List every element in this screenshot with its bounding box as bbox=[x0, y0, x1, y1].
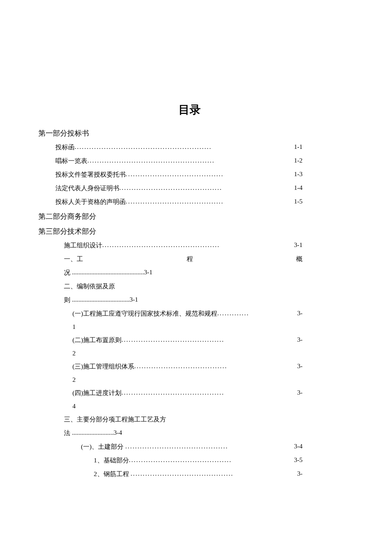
toc-dots: .................................... bbox=[72, 296, 130, 304]
toc-label: 投标人关于资格的声明函 bbox=[55, 198, 126, 206]
toc-page: 3- bbox=[297, 336, 303, 344]
toc-label: 投标函 bbox=[55, 143, 75, 151]
toc-entry: 法定代表人身份证明书 .............................… bbox=[38, 184, 341, 192]
toc-label-tail: 法 bbox=[64, 429, 70, 437]
toc-entry-wrapped: (二)施工布置原则 ..............................… bbox=[38, 336, 341, 357]
toc-dots: ........................................… bbox=[121, 336, 297, 344]
part1-heading: 第一部分投标书 bbox=[38, 128, 341, 138]
toc-entry-wrapped: 一、工 程 概 况 ..............................… bbox=[38, 255, 341, 277]
toc-label: (一)工程施工应遵守现行国家技术标准、规范和规程 bbox=[72, 310, 217, 318]
toc-title: 目录 bbox=[38, 102, 341, 117]
toc-page: 1-1 bbox=[293, 143, 303, 151]
toc-label-tail: 况 bbox=[64, 269, 70, 277]
document-page: 目录 第一部分投标书 投标函 .........................… bbox=[0, 0, 392, 478]
toc-label: (三)施工管理组织体系 bbox=[72, 363, 134, 371]
toc-entry: (一)、土建部分 ...............................… bbox=[38, 443, 341, 451]
toc-label: 二、编制依据及原 bbox=[38, 282, 341, 291]
toc-label: (二)施工布置原则 bbox=[72, 336, 121, 344]
toc-dots: .......................... bbox=[72, 429, 114, 437]
toc-page: 1-2 bbox=[293, 157, 303, 165]
toc-page: 1-3 bbox=[293, 171, 303, 179]
toc-page: 3-1 bbox=[144, 269, 153, 277]
toc-page: 1-5 bbox=[293, 198, 303, 206]
toc-page: 1-4 bbox=[293, 184, 303, 192]
toc-dots: ...................................... bbox=[134, 363, 297, 371]
toc-dots: ........................................… bbox=[131, 470, 297, 478]
toc-page-cont: 1 bbox=[38, 323, 341, 331]
toc-entry: 1、基础部分 .................................… bbox=[38, 456, 341, 465]
toc-entry: 投标人关于资格的声明函 ............................… bbox=[38, 198, 341, 206]
toc-entry-wrapped: 二、编制依据及原 则 .............................… bbox=[38, 282, 341, 304]
toc-entry: 2、钢筋工程 .................................… bbox=[38, 470, 341, 478]
toc-entry-wrapped: (一)工程施工应遵守现行国家技术标准、规范和规程 ............. 3… bbox=[38, 310, 341, 331]
toc-label: (四)施工进度计划 bbox=[72, 389, 121, 397]
part3-heading: 第三部分技术部分 bbox=[38, 227, 341, 236]
toc-entry: 唱标一览表 ..................................… bbox=[38, 157, 341, 165]
toc-label: 2、钢筋工程 bbox=[94, 470, 129, 478]
toc-label-tail: 则 bbox=[64, 296, 70, 304]
toc-dots: ............. bbox=[217, 310, 297, 318]
toc-dots: ........................................… bbox=[121, 389, 297, 397]
toc-page: 3-5 bbox=[293, 456, 303, 465]
toc-label-part: 概 bbox=[296, 255, 303, 263]
toc-page: 3- bbox=[297, 470, 303, 478]
part2-heading: 第二部分商务部分 bbox=[38, 212, 341, 221]
toc-dots: ........................................… bbox=[87, 157, 293, 165]
toc-label: 投标文件签署授权委托书 bbox=[55, 171, 126, 179]
toc-page-cont: 2 bbox=[38, 376, 341, 384]
toc-dots: ........................................… bbox=[125, 443, 293, 451]
toc-page-cont: 2 bbox=[38, 350, 341, 357]
toc-entry: 施工组织设计 .................................… bbox=[38, 241, 341, 250]
toc-label-part: 程 bbox=[187, 255, 193, 263]
toc-label: 施工组织设计 bbox=[64, 241, 102, 250]
toc-label: 1、基础部分 bbox=[94, 456, 129, 465]
toc-dots: ........................................ bbox=[126, 198, 293, 206]
toc-dots: ........................................ bbox=[126, 171, 293, 179]
toc-page: 3-1 bbox=[293, 241, 303, 250]
toc-page: 3- bbox=[297, 363, 303, 371]
toc-entry-wrapped: (四)施工进度计划 ..............................… bbox=[38, 389, 341, 410]
toc-page-cont: 4 bbox=[38, 403, 341, 410]
toc-dots: ........................................… bbox=[72, 269, 144, 277]
toc-label: 法定代表人身份证明书 bbox=[55, 184, 119, 192]
toc-label: (一)、土建部分 bbox=[81, 443, 124, 451]
toc-dots: ........................................… bbox=[129, 456, 294, 465]
toc-entry: 投标文件签署授权委托书 ............................… bbox=[38, 171, 341, 179]
toc-dots: ........................................… bbox=[119, 184, 293, 192]
toc-page: 3-1 bbox=[130, 296, 138, 304]
toc-dots: ........................................… bbox=[75, 143, 293, 151]
toc-entry: 投标函 ....................................… bbox=[38, 143, 341, 151]
toc-page: 3- bbox=[297, 310, 303, 318]
toc-page: 3-4 bbox=[293, 443, 303, 451]
toc-page: 3- bbox=[297, 389, 303, 397]
toc-entry-wrapped: (三)施工管理组织体系 ............................… bbox=[38, 363, 341, 384]
toc-dots: ........................................… bbox=[102, 241, 293, 250]
toc-entry-wrapped: 三、主要分部分项工程施工工艺及方 法 .....................… bbox=[38, 416, 341, 437]
toc-label-part: 一、工 bbox=[64, 255, 83, 263]
toc-label: 唱标一览表 bbox=[55, 157, 87, 165]
toc-label: 三、主要分部分项工程施工工艺及方 bbox=[38, 416, 341, 424]
toc-page: 3-4 bbox=[114, 429, 122, 437]
